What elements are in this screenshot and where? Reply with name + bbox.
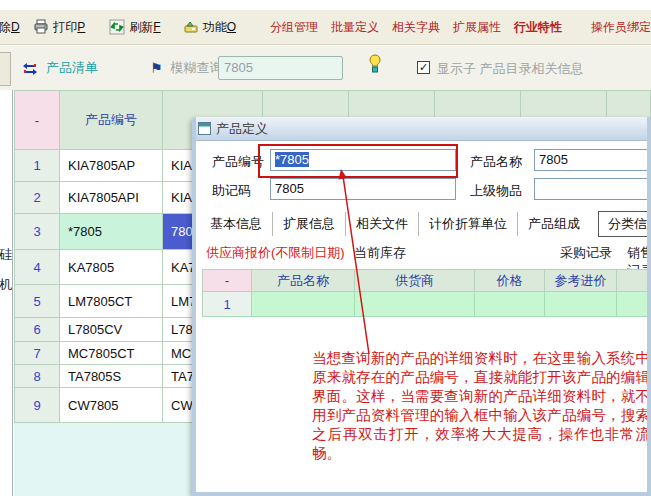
- delete-button[interactable]: 删除D: [0, 19, 21, 36]
- supplier-row-number[interactable]: 1: [202, 292, 252, 317]
- refresh-hotkey: F: [153, 20, 160, 34]
- row-number: 3: [14, 214, 60, 250]
- row-number: 6: [14, 318, 60, 342]
- menu-item-5[interactable]: 操作员绑定: [591, 19, 651, 36]
- product-definition-dialog: 产品定义 产品编号 *7805 产品名称 7805 助记码 7805 上级物品 …: [192, 117, 651, 496]
- dialog-window-icon: [198, 122, 211, 135]
- flag-icon: ⚑: [150, 60, 163, 76]
- print-button-label: 打印: [53, 20, 77, 34]
- supplier-empty-cell[interactable]: [252, 292, 355, 317]
- tree-text-fragment: 桥: [0, 448, 13, 466]
- supplier-empty-cell[interactable]: [355, 292, 475, 317]
- current-stock-link[interactable]: 当前库存: [354, 244, 406, 262]
- refresh-button-label: 刷新: [129, 20, 153, 34]
- tab-3[interactable]: 计价折算单位: [418, 212, 517, 236]
- print-button[interactable]: 打印P: [33, 19, 85, 36]
- refresh-button[interactable]: 刷新F: [109, 19, 160, 36]
- purchase-records-link[interactable]: 采购记录: [560, 244, 612, 262]
- table-footer-area: [14, 423, 192, 496]
- supplier-col-header-2[interactable]: 供货商: [355, 269, 475, 292]
- menu-item-1[interactable]: 批量定义: [331, 19, 379, 36]
- red-menu-group: 分组管理批量定义相关字典扩展属性行业特性操作员绑定: [270, 19, 651, 36]
- tree-text-fragment: 管: [0, 92, 13, 110]
- lamp-icon[interactable]: [368, 54, 382, 74]
- product-code-cell[interactable]: KIA7805AP: [60, 150, 163, 182]
- main-toolbar: 删除D 打印P 刷新F 功能O 分组管理批量定义相关字典扩展属性行业特性操作员绑…: [0, 10, 651, 45]
- function-button-label: 功能: [203, 20, 227, 34]
- mnemonic-field-input[interactable]: 7805: [270, 178, 456, 200]
- supplier-col-header-1[interactable]: 产品名称: [252, 269, 355, 292]
- code-field-label: 产品编号: [212, 153, 264, 171]
- menu-item-4[interactable]: 行业特性: [514, 19, 562, 36]
- product-code-cell[interactable]: KIA7805API: [60, 182, 163, 214]
- product-code-cell[interactable]: LM7805CT: [60, 285, 163, 318]
- fuzzy-query-label: 模糊查询: [171, 59, 223, 77]
- row-number: 7: [14, 342, 60, 365]
- supplier-quote-link[interactable]: 供应商报价(不限制日期): [206, 244, 345, 262]
- tree-text-fragment: 空硅: [0, 246, 13, 264]
- name-field-input[interactable]: 7805: [534, 149, 651, 171]
- tab-5[interactable]: 分类信息: [598, 211, 651, 237]
- menu-item-0[interactable]: 分组管理: [270, 19, 318, 36]
- dialog-link-row: 供应商报价(不限制日期) 当前库存 采购记录 销售记录: [202, 244, 651, 262]
- tab-0[interactable]: 基本信息: [200, 212, 272, 236]
- code-field-input[interactable]: *7805: [270, 149, 456, 171]
- product-code-cell[interactable]: TA7805S: [60, 365, 163, 388]
- supplier-col-header-0[interactable]: -: [202, 269, 252, 292]
- parent-item-label: 上级物品: [470, 182, 522, 200]
- supplier-table-row[interactable]: 1: [202, 292, 651, 317]
- product-code-cell[interactable]: CW7805: [60, 388, 163, 423]
- product-code-cell[interactable]: MC7805CT: [60, 342, 163, 365]
- col-dash-header[interactable]: -: [14, 90, 60, 150]
- product-list-button[interactable]: 产品清单: [46, 59, 98, 77]
- tab-4[interactable]: 产品组成: [517, 212, 590, 236]
- left-tree-strip: 管空硅家机器桥: [0, 90, 13, 496]
- supplier-col-header-3[interactable]: 价格: [475, 269, 545, 292]
- tab-1[interactable]: 扩展信息: [272, 212, 345, 236]
- row-number: 8: [14, 365, 60, 388]
- dialog-titlebar[interactable]: 产品定义: [192, 117, 651, 141]
- tab-2[interactable]: 相关文件: [345, 212, 418, 236]
- row-number: 5: [14, 285, 60, 318]
- supplier-empty-cell[interactable]: [545, 292, 617, 317]
- delete-button-label: 删除: [0, 20, 11, 34]
- show-children-label: 显示子 产品目录相关信息: [437, 60, 584, 78]
- row-number: 9: [14, 388, 60, 423]
- menu-item-3[interactable]: 扩展属性: [453, 19, 501, 36]
- selected-text: *7805: [275, 152, 309, 167]
- filter-bar: 产品清单 ⚑ 模糊查询 7805 ✓ 显示子 产品目录相关信息: [0, 46, 651, 90]
- fuzzy-query-input[interactable]: 7805: [218, 56, 343, 80]
- tree-text-fragment: 器: [0, 376, 13, 394]
- menu-item-2[interactable]: 相关字典: [392, 19, 440, 36]
- left-panel-fragment: [0, 52, 11, 86]
- product-code-cell[interactable]: L7805CV: [60, 318, 163, 342]
- app-window: 删除D 打印P 刷新F 功能O 分组管理批量定义相关字典扩展属性行业特性操作员绑…: [0, 0, 651, 496]
- swap-arrows-icon: [22, 60, 38, 76]
- parent-item-input[interactable]: [534, 178, 651, 200]
- row-number: 4: [14, 250, 60, 285]
- name-field-label: 产品名称: [470, 153, 522, 171]
- dialog-tabstrip: 基本信息扩展信息相关文件计价折算单位产品组成分类信息: [200, 211, 651, 237]
- mnemonic-field-label: 助记码: [212, 182, 251, 200]
- show-children-checkbox[interactable]: ✓: [417, 61, 430, 74]
- dialog-title: 产品定义: [216, 120, 268, 138]
- function-button[interactable]: 功能O: [183, 19, 236, 36]
- row-number: 1: [14, 150, 60, 182]
- printer-icon: [33, 19, 49, 35]
- col-code-header[interactable]: 产品编号: [60, 90, 163, 150]
- refresh-icon: [109, 19, 125, 35]
- tree-text-fragment: 家机: [0, 276, 13, 294]
- function-hotkey: O: [227, 20, 236, 34]
- supplier-col-header-4[interactable]: 参考进价: [545, 269, 617, 292]
- product-code-cell[interactable]: *7805: [60, 214, 163, 250]
- supplier-table-header: -产品名称供货商价格参考进价报价: [202, 269, 651, 292]
- supplier-empty-cell[interactable]: [617, 292, 651, 317]
- delete-hotkey: D: [11, 20, 20, 34]
- supplier-empty-cell[interactable]: [475, 292, 545, 317]
- product-code-cell[interactable]: KA7805: [60, 250, 163, 285]
- supplier-table: -产品名称供货商价格参考进价报价 1: [202, 269, 651, 317]
- row-number: 2: [14, 182, 60, 214]
- tutorial-annotation-text: 当想查询新的产品的详细资料时，在这里输入系统中原来就存在的产品编号，直接就能打开…: [312, 349, 650, 463]
- function-icon: [183, 19, 199, 35]
- supplier-col-header-5[interactable]: 报价: [617, 269, 651, 292]
